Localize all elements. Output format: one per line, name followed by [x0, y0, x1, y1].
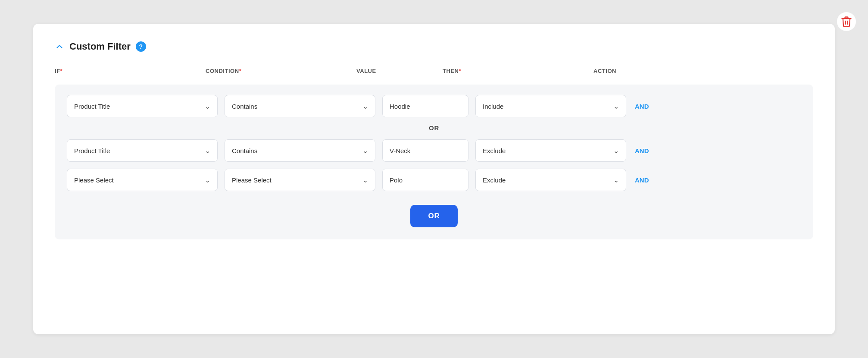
condition-select-3[interactable]: Please Select ⌄: [225, 169, 375, 191]
delete-button[interactable]: [837, 12, 856, 31]
if-select-1[interactable]: Product Title ⌄: [67, 95, 218, 117]
action-and-2[interactable]: AND: [633, 147, 689, 154]
chevron-down-icon: ⌄: [362, 176, 368, 184]
chevron-down-icon: ⌄: [205, 147, 210, 155]
help-icon[interactable]: ?: [136, 41, 146, 52]
if-select-2[interactable]: Product Title ⌄: [67, 139, 218, 162]
then-select-1[interactable]: Include ⌄: [475, 95, 626, 117]
col-if: IF*: [55, 68, 206, 74]
filter-row-2: Product Title ⌄ Contains ⌄ Exclude ⌄ AND: [67, 139, 801, 162]
chevron-down-icon: ⌄: [362, 147, 368, 155]
if-select-3[interactable]: Please Select ⌄: [67, 169, 218, 191]
chevron-down-icon: ⌄: [205, 176, 210, 184]
chevron-down-icon: ⌄: [613, 147, 619, 155]
col-condition: CONDITION*: [206, 68, 356, 74]
col-then: THEN*: [443, 68, 593, 74]
collapse-icon[interactable]: [55, 42, 64, 51]
or-button[interactable]: OR: [410, 205, 458, 227]
section-header: Custom Filter ?: [55, 41, 813, 52]
filter-row-3: Please Select ⌄ Please Select ⌄ Exclude …: [67, 169, 801, 191]
chevron-down-icon: ⌄: [613, 102, 619, 110]
or-divider: OR: [67, 124, 801, 132]
value-input-2[interactable]: [382, 139, 468, 162]
or-button-row: OR: [67, 205, 801, 227]
filter-row-1: Product Title ⌄ Contains ⌄ Include ⌄ AND: [67, 95, 801, 117]
col-value: VALUE: [356, 68, 443, 74]
value-input-3[interactable]: [382, 169, 468, 191]
then-select-2[interactable]: Exclude ⌄: [475, 139, 626, 162]
chevron-down-icon: ⌄: [613, 176, 619, 184]
condition-select-2[interactable]: Contains ⌄: [225, 139, 375, 162]
section-title: Custom Filter: [69, 41, 131, 52]
chevron-down-icon: ⌄: [205, 102, 210, 110]
columns-header: IF* CONDITION* VALUE THEN* ACTION: [55, 68, 813, 79]
page-wrapper: Custom Filter ? IF* CONDITION* VALUE THE…: [0, 0, 868, 358]
filter-section: Product Title ⌄ Contains ⌄ Include ⌄ AND…: [55, 85, 813, 239]
action-and-3[interactable]: AND: [633, 176, 689, 184]
col-action: ACTION: [593, 68, 649, 74]
then-select-3[interactable]: Exclude ⌄: [475, 169, 626, 191]
main-card: Custom Filter ? IF* CONDITION* VALUE THE…: [33, 24, 835, 334]
condition-select-1[interactable]: Contains ⌄: [225, 95, 375, 117]
chevron-down-icon: ⌄: [362, 102, 368, 110]
action-and-1[interactable]: AND: [633, 103, 689, 110]
value-input-1[interactable]: [382, 95, 468, 117]
